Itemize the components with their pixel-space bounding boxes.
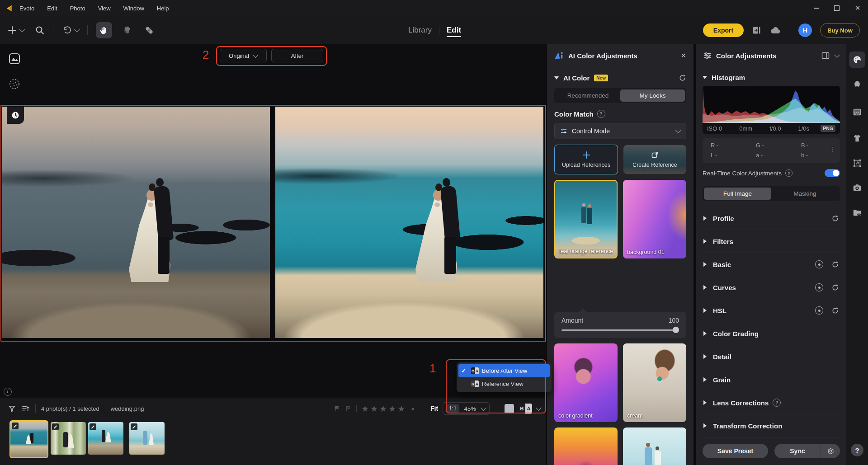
amount-slider-knob[interactable] xyxy=(673,327,679,333)
reset-icon[interactable] xyxy=(831,284,839,291)
reset-icon[interactable] xyxy=(831,261,839,268)
ai-color-section-header[interactable]: AI Color New xyxy=(554,74,686,82)
history-badge[interactable] xyxy=(7,107,24,124)
section-filters[interactable]: Filters xyxy=(703,230,840,253)
visibility-icon[interactable] xyxy=(815,306,823,315)
help-icon[interactable]: ? xyxy=(773,399,781,407)
reset-icon[interactable] xyxy=(831,215,839,222)
section-hsl[interactable]: HSL xyxy=(703,299,840,322)
look-cream[interactable]: cream xyxy=(623,343,686,422)
healing-tool-button[interactable] xyxy=(141,22,157,38)
section-profile[interactable]: Profile xyxy=(703,207,840,230)
tab-my-looks[interactable]: My Looks xyxy=(620,89,685,102)
film-thumb-3[interactable] xyxy=(88,422,123,455)
export-button[interactable]: Export xyxy=(703,23,744,37)
help-button[interactable]: ? xyxy=(851,444,863,456)
layout-columns-icon[interactable] xyxy=(821,52,830,59)
single-view-button[interactable] xyxy=(505,404,514,413)
buy-now-button[interactable]: Buy Now xyxy=(820,23,860,38)
ba-compare-button[interactable]: B A xyxy=(519,404,532,414)
star-rating[interactable]: ★★★★★ xyxy=(361,404,406,414)
visibility-icon[interactable] xyxy=(815,260,823,268)
histogram-section-header[interactable]: Histogram xyxy=(703,74,840,81)
chevron-down-icon[interactable] xyxy=(481,405,486,411)
filter-icon[interactable] xyxy=(8,405,16,413)
tab-edit[interactable]: Edit xyxy=(447,26,461,37)
control-mode-dropdown[interactable]: Control Mode xyxy=(554,123,686,139)
cloud-sync-icon[interactable] xyxy=(770,25,782,35)
visibility-icon[interactable] xyxy=(815,283,823,291)
after-button[interactable]: After xyxy=(271,49,323,62)
maximize-button[interactable] xyxy=(826,0,847,16)
minimize-button[interactable] xyxy=(806,0,826,16)
section-color-grading[interactable]: Color Grading xyxy=(703,322,840,345)
fit-button[interactable]: Fit xyxy=(430,405,438,412)
create-reference-card[interactable]: Create Reference xyxy=(623,145,686,174)
section-transform-correction[interactable]: Transform Correction xyxy=(703,414,840,437)
reset-icon[interactable] xyxy=(679,74,686,82)
view-mode-chevron[interactable] xyxy=(536,405,542,411)
ratio-1-1-button[interactable]: 1:1 xyxy=(447,404,459,413)
tab-library[interactable]: Library xyxy=(408,26,432,35)
menu-view[interactable]: View xyxy=(98,5,111,12)
menu-item-reference-view[interactable]: R A Reference View xyxy=(458,377,550,390)
film-thumb-2[interactable] xyxy=(51,422,86,455)
tab-full-image[interactable]: Full Image xyxy=(704,188,771,200)
sync-button[interactable]: Sync xyxy=(774,447,821,455)
section-detail[interactable]: Detail xyxy=(703,345,840,368)
crop-transform-icon[interactable] xyxy=(852,158,862,168)
chevron-down-icon[interactable] xyxy=(834,52,840,58)
section-lens-corrections[interactable]: Lens Corrections ? xyxy=(703,391,840,414)
hand-tool-button[interactable] xyxy=(96,22,112,38)
undo-button[interactable] xyxy=(61,25,79,35)
section-curves[interactable]: Curves xyxy=(703,276,840,299)
search-button[interactable] xyxy=(35,25,45,35)
menu-window[interactable]: Window xyxy=(123,5,144,12)
portrait-retouch-icon[interactable] xyxy=(852,80,862,89)
image-before[interactable] xyxy=(2,107,270,338)
film-thumb-1-selected[interactable] xyxy=(9,420,48,458)
camera-icon[interactable] xyxy=(852,183,862,193)
kebab-menu-icon[interactable]: ⋮ xyxy=(829,146,835,153)
look-duotone-orange-blue[interactable]: duotone-orange-blue xyxy=(554,427,618,465)
image-after[interactable] xyxy=(275,107,543,338)
clothing-tool-icon[interactable] xyxy=(852,133,862,143)
export-to-panel-icon[interactable] xyxy=(752,25,762,35)
save-preset-button[interactable]: Save Preset xyxy=(703,444,768,458)
color-label-circle[interactable]: ● xyxy=(411,405,415,412)
section-grain[interactable]: Grain xyxy=(703,368,840,391)
look-teal-orange-reference[interactable]: teal orange reference xyxy=(554,180,618,258)
menu-photo[interactable]: Photo xyxy=(70,5,85,12)
upload-references-card[interactable]: Upload References xyxy=(554,145,618,174)
menu-edit[interactable]: Edit xyxy=(47,5,57,12)
texture-dots-icon[interactable] xyxy=(8,78,21,90)
film-thumb-4[interactable] xyxy=(129,422,165,455)
tab-masking[interactable]: Masking xyxy=(771,188,839,200)
flag-pick-icon[interactable] xyxy=(334,405,340,412)
help-icon[interactable]: ? xyxy=(785,169,793,177)
look-color-gradient[interactable]: color gradient xyxy=(554,343,618,422)
menu-item-before-after-view[interactable]: ✓ B A Before After View xyxy=(458,364,550,377)
section-basic[interactable]: Basic xyxy=(703,253,840,276)
tab-recommended[interactable]: Recommended xyxy=(556,89,620,102)
reset-icon[interactable] xyxy=(831,307,839,315)
look-background-01[interactable]: background 01 xyxy=(623,180,686,258)
realtime-toggle[interactable] xyxy=(825,169,840,177)
adjustment-image-icon[interactable] xyxy=(8,52,21,65)
menu-help[interactable]: Help xyxy=(157,5,169,12)
add-photos-button[interactable] xyxy=(7,25,24,35)
help-icon[interactable]: ? xyxy=(597,110,605,118)
flag-reject-icon[interactable] xyxy=(345,405,352,412)
original-dropdown[interactable]: Original xyxy=(220,49,267,62)
color-palette-tool-icon[interactable] xyxy=(849,52,865,68)
close-button[interactable]: ✕ xyxy=(847,0,868,16)
background-pattern-icon[interactable] xyxy=(852,107,862,117)
grab-tool-button[interactable] xyxy=(118,22,135,38)
sort-icon[interactable] xyxy=(21,405,30,413)
menu-evoto[interactable]: Evoto xyxy=(19,5,34,12)
sync-settings-button[interactable] xyxy=(821,447,840,455)
close-panel-icon[interactable]: ✕ xyxy=(680,52,686,60)
avatar[interactable]: H xyxy=(798,23,812,37)
info-icon[interactable]: i xyxy=(4,387,12,396)
folder-preview-icon[interactable] xyxy=(852,208,862,218)
